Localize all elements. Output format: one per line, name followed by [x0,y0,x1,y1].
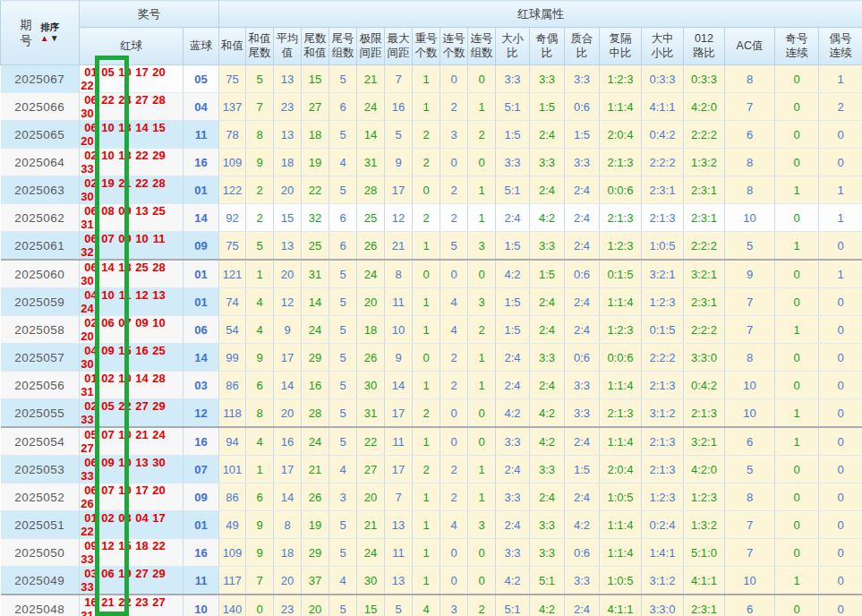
period-cell: 2025059 [1,288,80,316]
attr-cell: 1 [468,93,496,121]
red-ball: 28 [151,176,166,190]
attr-cell: 2:3:1 [684,204,725,232]
attr-cell: 0 [775,204,819,232]
blue-ball-cell: 01 [183,260,219,288]
attr-cell: 4:1:1 [642,93,684,121]
attributes-group-header: 红球属性 [219,1,862,28]
attr-cell: 0:2:4 [642,511,684,539]
attr-column-header: 尾号 组数 [329,28,357,65]
attr-cell: 0 [819,149,862,176]
red-balls-cell: 030619272933 [80,567,183,595]
attr-cell: 49 [219,511,246,539]
red-ball: 27 [134,399,149,413]
period-column-header: 期 号 排序 ▲▼ [1,1,80,65]
attr-cell: 1:5 [496,316,530,344]
attr-cell: 5 [329,344,357,372]
red-ball: 20 [151,65,166,79]
attr-cell: 0 [246,595,274,616]
attr-cell: 2:1:3 [600,149,642,176]
blue-ball-cell: 01 [183,288,219,316]
attr-cell: 2 [440,344,468,372]
red-ball: 32 [80,245,95,259]
red-ball: 28 [151,372,166,385]
attr-cell: 2 [468,316,496,344]
attr-cell: 2:4 [565,595,600,616]
attr-cell: 3:2:1 [684,260,725,288]
blue-ball: 01 [194,184,207,197]
attr-cell: 0 [775,595,819,616]
red-ball: 28 [151,261,166,274]
attr-cell: 1:2:3 [600,232,642,261]
attr-cell: 13 [385,511,413,539]
attr-cell: 1 [468,456,496,483]
attr-column-header: 重号 个数 [413,28,440,65]
attr-cell: 0 [775,65,819,93]
attr-cell: 2:4 [530,316,565,344]
table-row: 2025062060809132531149221532625122212:44… [1,204,862,232]
attr-cell: 4:1:1 [600,595,642,616]
lottery-history-table: 期 号 排序 ▲▼ 奖号 红球属性 红球 蓝球 和值和值 尾数平均 值尾数 和值… [0,0,862,616]
red-ball: 10 [100,288,115,302]
attr-cell: 3:3 [565,399,600,428]
attr-cell: 0 [468,149,496,176]
red-ball: 02 [100,511,115,525]
attr-cell: 109 [219,539,246,567]
attr-cell: 5 [329,65,357,93]
attr-cell: 3:3 [530,149,565,176]
attr-cell: 1 [468,344,496,372]
attr-cell: 3:3 [496,483,530,511]
attr-cell: 15 [357,595,385,616]
red-ball: 11 [117,288,132,302]
red-ball: 29 [151,567,166,580]
red-ball: 06 [83,121,98,134]
red-ball: 18 [134,539,149,552]
attr-cell: 5 [329,427,357,456]
attr-cell: 3:3 [496,65,530,93]
attr-cell: 0:6 [565,93,600,121]
attr-cell: 17 [385,176,413,204]
attr-cell: 2:3:1 [684,288,725,316]
red-ball: 27 [151,595,166,609]
red-ball: 13 [134,456,149,469]
attr-cell: 4 [246,316,274,344]
blue-ball-cell: 05 [183,65,219,93]
table-row: 202505101020304172201499819521131432:43:… [1,511,862,539]
attr-cell: 20 [302,595,329,616]
attr-cell: 9 [246,149,274,176]
red-ball: 07 [100,232,115,245]
red-ball: 10 [117,456,132,469]
blue-ball: 14 [194,351,207,364]
attr-cell: 14 [302,288,329,316]
attr-cell: 1:5 [496,121,530,149]
red-ball: 31 [80,218,95,231]
sort-ascending-icon[interactable]: ▲ [40,33,50,43]
attr-cell: 1 [413,316,440,344]
attr-cell: 2:4 [565,204,600,232]
red-ball: 18 [117,261,132,274]
sort-control[interactable]: 排序 ▲▼ [40,22,60,43]
blue-ball-cell: 16 [183,427,219,456]
sort-descending-icon[interactable]: ▼ [50,33,60,43]
attr-cell: 2:4 [530,288,565,316]
red-balls-cell: 060910133033 [80,456,183,483]
red-balls-cell: 041011121324 [80,288,183,316]
attr-cell: 4:2 [530,399,565,428]
attr-cell: 2:4 [530,483,565,511]
attr-cell: 140 [219,595,246,616]
attr-column-header: 奇号 连续 [775,28,819,65]
red-ball: 15 [151,121,166,134]
red-ball: 19 [117,567,132,580]
attr-cell: 0 [775,121,819,149]
attr-cell: 2 [440,204,468,232]
blue-ball: 14 [194,211,207,225]
attr-cell: 0 [775,483,819,511]
attr-cell: 4 [440,316,468,344]
red-balls-cell: 021921222830 [80,176,183,204]
attr-cell: 8 [246,121,274,149]
attr-cell: 1:3:2 [684,511,725,539]
attr-cell: 21 [385,232,413,261]
attr-cell: 4:2 [530,427,565,456]
attr-cell: 3 [440,595,468,616]
period-cell: 2025053 [1,456,80,483]
attr-cell: 0:4:2 [684,372,725,399]
